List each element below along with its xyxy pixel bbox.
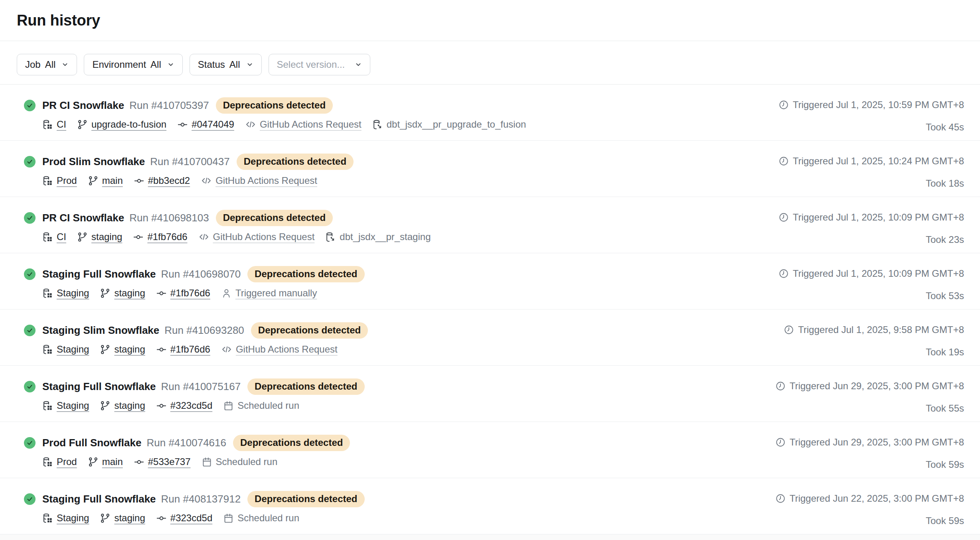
run-meta-line: CI staging	[42, 230, 431, 244]
success-check-circle-icon	[24, 268, 36, 280]
triggered-at: Triggered Jul 1, 2025, 10:24 PM GMT+8	[793, 156, 964, 167]
branch-link[interactable]: main	[102, 456, 123, 467]
calendar-icon	[223, 513, 234, 524]
branch-link[interactable]: upgrade-to-fusion	[91, 119, 166, 130]
version-filter-dropdown[interactable]: Select version...	[269, 54, 371, 75]
run-duration: Took 59s	[926, 459, 964, 470]
triggered-line: Triggered Jul 1, 2025, 10:24 PM GMT+8	[778, 156, 964, 167]
trigger-source[interactable]: Triggered manually	[235, 288, 317, 299]
environment-link[interactable]: Staging	[57, 288, 89, 299]
run-meta-line: Staging staging	[42, 398, 365, 413]
status-filter-dropdown[interactable]: Status All	[190, 54, 262, 75]
run-number: Run #410693280	[164, 324, 244, 337]
run-meta-line: CI upgrade-to-fusion	[42, 117, 526, 132]
environment-link[interactable]: CI	[57, 231, 66, 242]
branch-icon	[100, 513, 111, 524]
clock-icon	[778, 156, 789, 166]
run-row-left: Prod Full Snowflake Run #410074616 Depre…	[24, 436, 350, 478]
environment-item: Prod	[42, 456, 77, 467]
run-row-right: Triggered Jul 1, 2025, 10:59 PM GMT+8 To…	[778, 98, 964, 140]
run-row[interactable]: Staging Full Snowflake Run #410075167 De…	[0, 366, 980, 422]
branch-item: staging	[100, 344, 145, 355]
run-row-left: Staging Full Snowflake Run #408137912 De…	[24, 492, 365, 534]
branch-item: upgrade-to-fusion	[77, 119, 166, 130]
commit-item: #323cd5d	[156, 512, 212, 524]
environment-link[interactable]: Prod	[57, 456, 77, 467]
job-name-link[interactable]: PR CI Snowflake	[42, 212, 124, 224]
environment-icon	[42, 457, 53, 467]
environment-filter-dropdown[interactable]: Environment All	[84, 54, 182, 75]
branch-link[interactable]: staging	[114, 344, 145, 355]
job-filter-dropdown[interactable]: Job All	[17, 54, 77, 75]
commit-item: #533e737	[134, 456, 191, 467]
environment-icon	[42, 119, 53, 130]
trigger-source[interactable]: GitHub Actions Request	[236, 344, 338, 355]
job-name-link[interactable]: Prod Full Snowflake	[42, 437, 141, 449]
run-row-main: PR CI Snowflake Run #410705397 Deprecati…	[42, 98, 526, 140]
branch-item: staging	[100, 288, 145, 299]
environment-link[interactable]: Staging	[57, 400, 89, 411]
run-row[interactable]: Staging Slim Snowflake Run #410693280 De…	[0, 309, 980, 366]
trigger-source[interactable]: GitHub Actions Request	[260, 119, 362, 130]
trigger-item: GitHub Actions Request	[198, 231, 315, 242]
job-name-link[interactable]: Staging Full Snowflake	[42, 268, 156, 280]
commit-link[interactable]: #0474049	[192, 119, 234, 130]
branch-link[interactable]: staging	[91, 231, 122, 242]
run-number: Run #410705397	[129, 99, 209, 112]
environment-link[interactable]: CI	[57, 119, 66, 130]
environment-link[interactable]: Staging	[57, 344, 89, 355]
commit-link[interactable]: #1fb76d6	[147, 231, 187, 242]
trigger-item: Triggered manually	[221, 288, 317, 299]
chevron-down-icon	[167, 61, 174, 68]
commit-link[interactable]: #533e737	[148, 456, 191, 467]
schema-icon	[372, 119, 383, 130]
run-title-line: Prod Slim Snowflake Run #410700437 Depre…	[42, 154, 354, 169]
trigger-source[interactable]: GitHub Actions Request	[213, 231, 315, 242]
success-check-circle-icon	[24, 437, 36, 449]
branch-icon	[100, 400, 111, 411]
run-row[interactable]: Staging Full Snowflake Run #410698070 De…	[0, 253, 980, 309]
environment-item: Staging	[42, 288, 89, 299]
run-title-line: Staging Slim Snowflake Run #410693280 De…	[42, 323, 368, 337]
run-row-right: Triggered Jul 1, 2025, 10:24 PM GMT+8 To…	[778, 154, 964, 197]
job-filter-value: All	[45, 59, 56, 70]
run-row[interactable]: Staging Full Snowflake Run #408137912 De…	[0, 478, 980, 534]
status-filter-value: All	[229, 59, 240, 70]
environment-item: CI	[42, 119, 66, 130]
run-row-left: Prod Slim Snowflake Run #410700437 Depre…	[24, 154, 354, 197]
run-row[interactable]: PR CI Snowflake Run #410698103 Deprecati…	[0, 197, 980, 253]
triggered-at: Triggered Jul 1, 2025, 9:58 PM GMT+8	[798, 324, 964, 335]
trigger-source[interactable]: Scheduled run	[237, 400, 299, 411]
trigger-source[interactable]: GitHub Actions Request	[215, 175, 317, 186]
job-name-link[interactable]: Staging Slim Snowflake	[42, 324, 159, 337]
branch-link[interactable]: staging	[114, 512, 145, 524]
trigger-source[interactable]: Scheduled run	[237, 512, 299, 524]
commit-link[interactable]: #323cd5d	[170, 400, 212, 411]
commit-icon	[177, 119, 188, 130]
run-number: Run #410700437	[150, 156, 230, 168]
bottom-strip	[0, 534, 980, 540]
environment-link[interactable]: Staging	[57, 512, 89, 524]
job-name-link[interactable]: Prod Slim Snowflake	[42, 156, 145, 168]
run-row[interactable]: Prod Full Snowflake Run #410074616 Depre…	[0, 422, 980, 478]
branch-link[interactable]: main	[102, 175, 123, 186]
commit-link[interactable]: #1fb76d6	[170, 288, 210, 299]
run-row-left: Staging Full Snowflake Run #410075167 De…	[24, 379, 365, 422]
job-name-link[interactable]: PR CI Snowflake	[42, 99, 124, 112]
job-name-link[interactable]: Staging Full Snowflake	[42, 493, 156, 505]
run-duration: Took 19s	[926, 347, 964, 358]
run-row[interactable]: Prod Slim Snowflake Run #410700437 Depre…	[0, 141, 980, 197]
trigger-source[interactable]: Scheduled run	[216, 456, 278, 467]
branch-link[interactable]: staging	[114, 288, 145, 299]
run-duration: Took 59s	[926, 515, 964, 526]
environment-icon	[42, 400, 53, 411]
branch-link[interactable]: staging	[114, 400, 145, 411]
run-duration: Took 55s	[926, 403, 964, 414]
commit-link[interactable]: #1fb76d6	[170, 344, 210, 355]
commit-link[interactable]: #bb3ecd2	[148, 175, 190, 186]
run-meta-line: Staging staging	[42, 286, 365, 300]
commit-link[interactable]: #323cd5d	[170, 512, 212, 524]
job-name-link[interactable]: Staging Full Snowflake	[42, 380, 156, 393]
run-row[interactable]: PR CI Snowflake Run #410705397 Deprecati…	[0, 85, 980, 141]
environment-link[interactable]: Prod	[57, 175, 77, 186]
